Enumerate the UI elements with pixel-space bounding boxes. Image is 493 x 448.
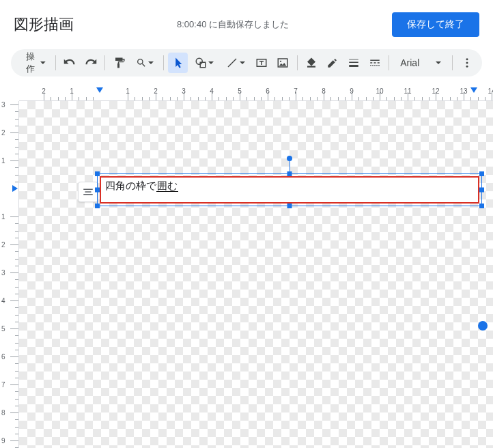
shape-text: 四角の枠で bbox=[105, 180, 156, 191]
rectangle-shape[interactable]: 四角の枠で囲む bbox=[100, 176, 479, 204]
border-dash-button[interactable] bbox=[365, 53, 384, 73]
svg-point-11 bbox=[466, 66, 468, 68]
select-tool-button[interactable] bbox=[168, 53, 188, 73]
actions-menu-button[interactable]: 操作 bbox=[16, 53, 51, 73]
toolbar-separator bbox=[163, 55, 164, 70]
resize-handle-b[interactable] bbox=[287, 204, 292, 208]
font-name: Arial bbox=[400, 57, 419, 68]
svg-rect-7 bbox=[349, 65, 358, 67]
redo-button[interactable] bbox=[81, 53, 100, 73]
redo-icon bbox=[85, 57, 97, 69]
svg-rect-14 bbox=[83, 194, 93, 195]
svg-rect-5 bbox=[349, 59, 358, 60]
resize-handle-tl[interactable] bbox=[95, 171, 100, 176]
horizontal-ruler[interactable]: 211234567891011121314 bbox=[19, 87, 493, 101]
line-dash-icon bbox=[369, 57, 381, 69]
undo-icon bbox=[64, 57, 76, 69]
autosave-status: 8:00:40 に自動保存しました bbox=[74, 18, 392, 31]
svg-rect-6 bbox=[349, 62, 358, 64]
save-and-close-button[interactable]: 保存して終了 bbox=[392, 12, 479, 37]
resize-handle-t[interactable] bbox=[287, 171, 292, 176]
align-center-icon bbox=[82, 186, 94, 198]
workspace: 211234567891011121314 321123456789 四角の枠で… bbox=[0, 87, 493, 448]
image-icon bbox=[277, 57, 289, 69]
svg-point-4 bbox=[280, 61, 281, 62]
line-weight-icon bbox=[348, 57, 360, 69]
paint-format-button[interactable] bbox=[109, 53, 129, 73]
caret-down-icon bbox=[40, 60, 46, 66]
textbox-tool-button[interactable] bbox=[252, 53, 272, 73]
cursor-icon bbox=[172, 57, 184, 69]
line-tool-button[interactable] bbox=[221, 53, 251, 73]
drawing-canvas[interactable]: 四角の枠で囲む bbox=[19, 101, 493, 448]
svg-point-0 bbox=[196, 58, 202, 64]
shapes-icon bbox=[195, 57, 207, 69]
header: 図形描画 8:00:40 に自動保存しました 保存して終了 bbox=[0, 0, 493, 49]
caret-down-icon bbox=[208, 60, 214, 66]
resize-handle-tr[interactable] bbox=[479, 171, 484, 176]
toolbar: 操作 Arial bbox=[11, 49, 482, 76]
toolbar-separator bbox=[389, 55, 389, 70]
fill-color-button[interactable] bbox=[302, 53, 322, 73]
toolbar-separator bbox=[104, 55, 105, 70]
toolbar-separator bbox=[452, 55, 453, 70]
border-color-button[interactable] bbox=[323, 53, 343, 73]
toolbar-separator bbox=[297, 55, 298, 70]
zoom-button[interactable] bbox=[130, 53, 159, 73]
border-weight-button[interactable] bbox=[344, 53, 364, 73]
paint-bucket-icon bbox=[305, 57, 318, 69]
toolbar-separator bbox=[55, 55, 56, 70]
vertical-ruler[interactable]: 321123456789 bbox=[0, 101, 19, 448]
image-tool-button[interactable] bbox=[273, 53, 293, 73]
svg-rect-8 bbox=[370, 60, 380, 61]
svg-rect-1 bbox=[200, 62, 206, 68]
selected-shape[interactable]: 四角の枠で囲む bbox=[100, 176, 479, 204]
more-vert-icon bbox=[461, 57, 473, 69]
zoom-icon bbox=[136, 57, 147, 68]
actions-label: 操作 bbox=[22, 51, 39, 75]
svg-rect-12 bbox=[83, 189, 93, 191]
line-icon bbox=[226, 57, 238, 69]
rotation-handle[interactable] bbox=[287, 156, 292, 161]
caret-down-icon bbox=[436, 60, 441, 66]
shape-tool-button[interactable] bbox=[189, 53, 219, 73]
app-title: 図形描画 bbox=[14, 14, 74, 35]
resize-handle-bl[interactable] bbox=[95, 204, 100, 208]
svg-rect-13 bbox=[85, 191, 91, 193]
resize-handle-l[interactable] bbox=[95, 188, 100, 193]
text-cursor-region: 囲む bbox=[156, 180, 178, 192]
caret-down-icon bbox=[240, 60, 245, 66]
floating-indicator[interactable] bbox=[478, 321, 488, 331]
resize-handle-br[interactable] bbox=[479, 204, 484, 208]
svg-point-9 bbox=[466, 58, 468, 60]
textbox-icon bbox=[255, 57, 268, 69]
resize-handle-r[interactable] bbox=[479, 188, 484, 193]
font-selector[interactable]: Arial bbox=[393, 57, 448, 68]
caret-down-icon bbox=[148, 60, 154, 66]
paint-roller-icon bbox=[113, 57, 126, 69]
svg-point-10 bbox=[466, 62, 468, 64]
pencil-icon bbox=[326, 57, 339, 69]
undo-button[interactable] bbox=[60, 53, 80, 73]
more-button[interactable] bbox=[457, 53, 477, 73]
